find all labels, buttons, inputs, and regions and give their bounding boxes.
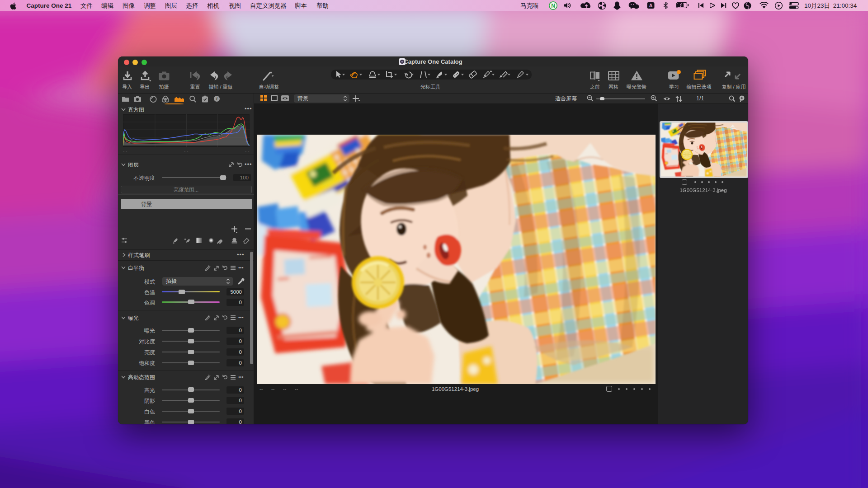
svg-text:i: i — [216, 97, 217, 101]
svg-text:A: A — [649, 3, 653, 8]
svg-text:•••: ••• — [238, 265, 244, 270]
svg-text:•••: ••• — [238, 314, 244, 320]
svg-text:•••: ••• — [238, 374, 244, 380]
svg-text:N: N — [551, 3, 555, 9]
